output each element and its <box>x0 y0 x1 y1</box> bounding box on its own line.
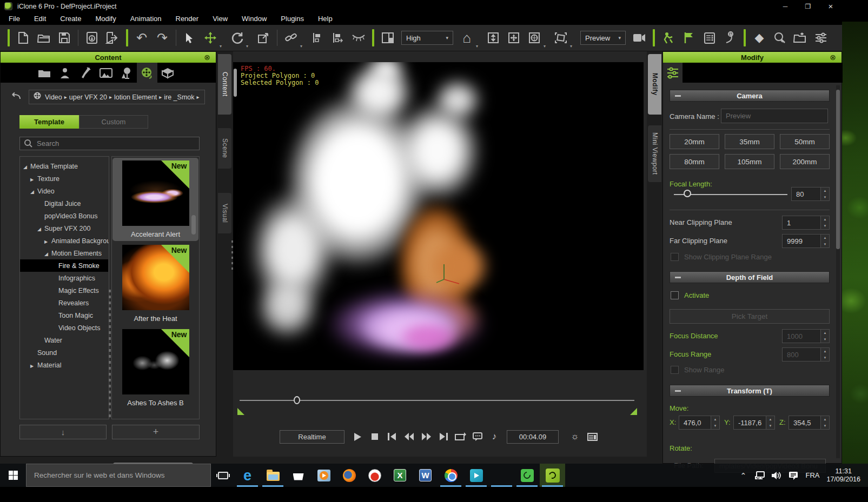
menu-item[interactable]: Animation <box>130 15 162 23</box>
side-tab-content[interactable]: Content <box>218 54 231 115</box>
camera-frame-icon[interactable] <box>554 31 568 45</box>
dof-section-header[interactable]: Depth of Field <box>670 271 830 283</box>
fast-forward-icon[interactable] <box>420 431 433 442</box>
tree-item[interactable]: popVideo3 Bonus <box>20 210 109 222</box>
spinner-arrows[interactable]: ▲▼ <box>820 416 830 430</box>
maximize-button[interactable]: ❐ <box>797 0 819 12</box>
camera-frame-dropdown[interactable]: ▾ <box>570 44 574 51</box>
rewind-icon[interactable] <box>402 431 415 442</box>
lens-button-20mm[interactable]: 20mm <box>670 134 719 149</box>
taskbar-edge-icon[interactable]: e <box>235 464 260 487</box>
side-tab-mini-viewport[interactable]: Mini Viewport <box>648 125 661 182</box>
last-frame-icon[interactable] <box>437 431 450 442</box>
breadcrumb-segment[interactable]: lotion Element <box>114 93 164 101</box>
rotate-tool-icon[interactable] <box>230 31 244 45</box>
tree-expand-icon[interactable] <box>30 188 37 195</box>
timeline-end-marker[interactable] <box>630 408 637 415</box>
save-icon[interactable] <box>57 31 71 45</box>
move-x-spinner[interactable]: 476,0 ▲▼ <box>679 416 720 430</box>
fit-vertical-icon[interactable] <box>486 31 500 45</box>
tree-expand-icon[interactable] <box>37 225 44 232</box>
camera-name-field[interactable]: Preview <box>721 109 828 123</box>
tree-item[interactable]: Water <box>20 334 109 346</box>
rotate-tool-dropdown[interactable]: ▾ <box>246 44 250 51</box>
tree-item[interactable]: Infographics <box>20 272 109 284</box>
tree-item[interactable]: Media Template <box>20 160 109 172</box>
tree-item[interactable]: Material <box>20 359 109 371</box>
tree-item[interactable]: Animated Backgrou... <box>20 235 109 247</box>
scale-tool-icon[interactable] <box>256 31 270 45</box>
link-dropdown[interactable]: ▾ <box>300 44 304 51</box>
camera-section-header[interactable]: Camera <box>670 90 830 102</box>
camera-select[interactable]: Preview▾ <box>580 31 626 45</box>
viewport-scroll-nub[interactable] <box>234 69 237 97</box>
transform-section-header[interactable]: Transform (T) <box>670 385 830 397</box>
flag-icon[interactable] <box>682 31 696 45</box>
show-range-checkbox[interactable] <box>671 366 679 374</box>
thumbnail-item[interactable]: New Accelerant Alert <box>112 158 198 241</box>
thumbnail-item[interactable]: New After the Heat <box>112 242 198 325</box>
screen-layout-icon[interactable] <box>381 31 395 45</box>
search-input[interactable] <box>37 139 195 148</box>
side-tab-modify[interactable]: Modify <box>648 54 661 115</box>
lens-button-200mm[interactable]: 200mm <box>780 154 830 169</box>
timeline-start-marker[interactable] <box>237 408 244 415</box>
menu-item[interactable]: File <box>9 15 20 23</box>
export-folder-icon[interactable] <box>793 31 807 45</box>
tab-animation[interactable] <box>75 63 96 83</box>
caption-icon[interactable] <box>471 431 484 442</box>
thumbnail-item[interactable]: New Ashes To Ashes B <box>112 326 198 410</box>
tree-item[interactable]: Texture <box>20 172 109 185</box>
tree-item[interactable]: Video Objects <box>20 322 109 334</box>
dof-activate-checkbox[interactable] <box>671 291 679 299</box>
menu-item[interactable]: Create <box>60 15 81 23</box>
thumbnail-vscrollbar[interactable] <box>191 215 196 235</box>
move-z-spinner[interactable]: 354,5 ▲▼ <box>789 416 830 430</box>
align-move-icon[interactable] <box>331 31 345 45</box>
menu-item[interactable]: Plugins <box>281 15 304 23</box>
tree-item[interactable]: Motion Elements <box>20 247 109 259</box>
edit-motion-icon[interactable] <box>661 31 675 45</box>
menu-item[interactable]: View <box>213 15 228 23</box>
taskbar-excel-icon[interactable]: X <box>387 464 413 487</box>
tree-expand-icon[interactable] <box>30 175 37 183</box>
home-view-dropdown[interactable]: ▾ <box>476 44 480 51</box>
align-icon[interactable] <box>310 31 324 45</box>
modify-scrollbar-thumb[interactable] <box>836 90 840 249</box>
tab-custom[interactable]: Custom <box>79 115 148 129</box>
lens-button-35mm[interactable]: 35mm <box>725 134 774 149</box>
taskbar-screen-recorder-icon[interactable] <box>514 464 540 487</box>
spinner-arrows[interactable]: ▲▼ <box>820 234 830 248</box>
taskbar-chrome-icon[interactable] <box>438 464 463 487</box>
taskbar-search-input[interactable] <box>34 471 196 479</box>
orbit-view-icon[interactable] <box>527 31 541 45</box>
modify-panel-close-icon[interactable]: ⊗ <box>829 53 837 62</box>
tree-item[interactable]: Fire & Smoke <box>20 259 108 272</box>
task-view-button[interactable] <box>211 464 235 487</box>
network-icon[interactable] <box>755 471 765 480</box>
focal-length-spinner[interactable]: 80 ▲▼ <box>791 187 830 201</box>
tab-scene[interactable] <box>96 63 116 83</box>
menu-item[interactable]: Help <box>318 15 333 23</box>
lens-button-80mm[interactable]: 80mm <box>670 154 719 169</box>
modify-scrollbar[interactable] <box>836 85 840 458</box>
merge-project-icon[interactable] <box>85 31 99 45</box>
collapse-tree-button[interactable]: ↓ <box>19 425 107 439</box>
content-panel-header[interactable]: Content ⊗ <box>1 52 216 63</box>
taskbar-store-icon[interactable] <box>286 464 311 487</box>
show-clipping-checkbox[interactable] <box>671 253 679 261</box>
taskbar-winrar-icon[interactable] <box>489 464 514 487</box>
tab-props[interactable] <box>116 63 137 83</box>
focus-range-spinner[interactable]: 800 ▲▼ <box>782 347 830 362</box>
tree-expand-icon[interactable] <box>30 362 37 369</box>
spinner-arrows[interactable]: ▲▼ <box>711 416 720 430</box>
tree-item[interactable]: Digital Juice <box>20 197 109 210</box>
display-mode-icon[interactable] <box>586 431 599 442</box>
axis-gizmo[interactable] <box>434 263 462 287</box>
audio-icon[interactable]: ♪ <box>488 431 501 442</box>
open-project-icon[interactable] <box>37 31 51 45</box>
pick-target-button[interactable]: Pick Target <box>670 309 830 324</box>
tree-item[interactable]: Toon Magic <box>20 309 109 322</box>
orbit-view-dropdown[interactable]: ▾ <box>544 44 547 51</box>
minimize-button[interactable]: ─ <box>774 0 797 12</box>
